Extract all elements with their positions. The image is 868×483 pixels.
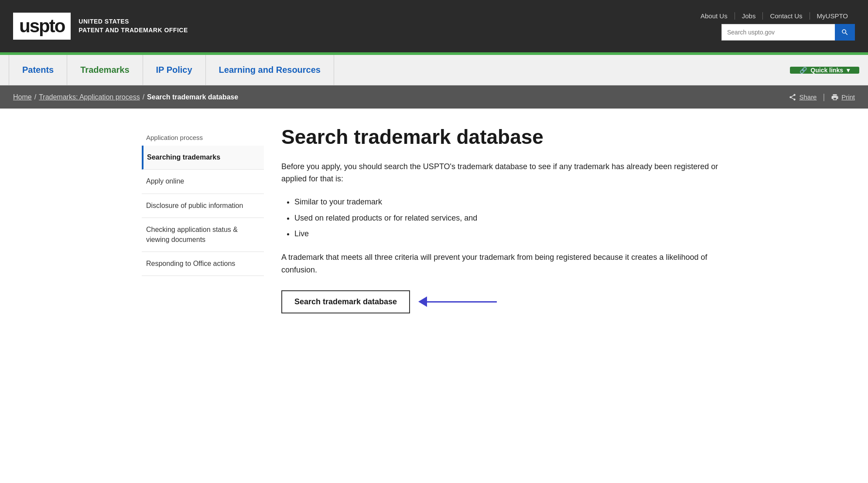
chevron-down-icon: ▾ (847, 67, 850, 74)
logo-subtext: UNITED STATES PATENT AND TRADEMARK OFFIC… (79, 17, 188, 34)
top-right: About Us Jobs Contact Us MyUSPTO (694, 12, 855, 41)
nav-trademarks[interactable]: Trademarks (67, 55, 143, 85)
nav-patents[interactable]: Patents (9, 55, 67, 85)
page-title: Search trademark database (281, 126, 726, 148)
breadcrumb-bar: Home / Trademarks: Application process /… (0, 85, 868, 109)
arrow-container (419, 296, 497, 307)
contact-us-link[interactable]: Contact Us (763, 12, 810, 20)
sidebar-item-office-actions[interactable]: Responding to Office actions (142, 252, 264, 276)
bullet-1: Similar to your trademark (294, 195, 726, 209)
arrow-head (418, 296, 427, 307)
breadcrumb: Home / Trademarks: Application process /… (13, 93, 238, 101)
myuspto-link[interactable]: MyUSPTO (810, 12, 855, 20)
share-icon (789, 93, 796, 101)
breadcrumb-current: Search trademark database (147, 93, 238, 101)
logo-box: uspto (13, 13, 71, 40)
logo-subtext-line2: PATENT AND TRADEMARK OFFICE (79, 26, 188, 35)
breadcrumb-section[interactable]: Trademarks: Application process (39, 93, 140, 101)
search-bar (721, 24, 855, 41)
sidebar-item-disclosure[interactable]: Disclosure of public information (142, 194, 264, 218)
criteria-text: A trademark that meets all three criteri… (281, 251, 726, 276)
sidebar-parent-label: Application process (142, 126, 264, 146)
sidebar: Application process Searching trademarks… (142, 126, 264, 313)
nav-ip-policy[interactable]: IP Policy (143, 55, 206, 85)
quick-links-button[interactable]: 🔗 Quick links ▾ (790, 67, 859, 74)
print-label: Print (841, 93, 855, 101)
intro-text: Before you apply, you should search the … (281, 160, 726, 186)
logo-text: uspto (19, 17, 65, 35)
breadcrumb-actions: Share | Print (789, 92, 855, 102)
breadcrumb-home[interactable]: Home (13, 93, 32, 101)
cta-row: Search trademark database (281, 290, 726, 313)
logo-subtext-line1: UNITED STATES (79, 17, 188, 26)
top-links: About Us Jobs Contact Us MyUSPTO (694, 12, 855, 20)
print-button[interactable]: Print (831, 93, 855, 101)
bullet-list: Similar to your trademark Used on relate… (294, 195, 726, 241)
nav-learning[interactable]: Learning and Resources (206, 55, 334, 85)
bullet-3: Live (294, 227, 726, 241)
about-us-link[interactable]: About Us (694, 12, 735, 20)
breadcrumb-divider: | (823, 92, 825, 102)
breadcrumb-sep2: / (143, 93, 144, 101)
main-nav: Patents Trademarks IP Policy Learning an… (0, 55, 868, 85)
logo-area: uspto UNITED STATES PATENT AND TRADEMARK… (13, 13, 188, 40)
content-area: Application process Searching trademarks… (129, 109, 739, 331)
arrow-line (427, 301, 497, 303)
link-icon: 🔗 (800, 67, 807, 74)
search-trademark-database-button[interactable]: Search trademark database (281, 290, 410, 313)
breadcrumb-sep1: / (34, 93, 36, 101)
jobs-link[interactable]: Jobs (735, 12, 763, 20)
top-bar: uspto UNITED STATES PATENT AND TRADEMARK… (0, 0, 868, 52)
sidebar-item-apply-online[interactable]: Apply online (142, 170, 264, 194)
share-label: Share (799, 93, 817, 101)
share-button[interactable]: Share (789, 93, 817, 101)
search-button[interactable] (835, 24, 855, 41)
search-icon (841, 28, 849, 36)
search-input[interactable] (721, 24, 835, 41)
sidebar-item-searching-trademarks[interactable]: Searching trademarks (142, 146, 264, 170)
main-content: Search trademark database Before you app… (281, 126, 726, 313)
bullet-2: Used on related products or for related … (294, 211, 726, 225)
sidebar-item-checking-status[interactable]: Checking application status & viewing do… (142, 218, 264, 252)
print-icon (831, 93, 839, 101)
nav-spacer (334, 55, 781, 85)
quick-links-label: Quick links (810, 67, 843, 74)
